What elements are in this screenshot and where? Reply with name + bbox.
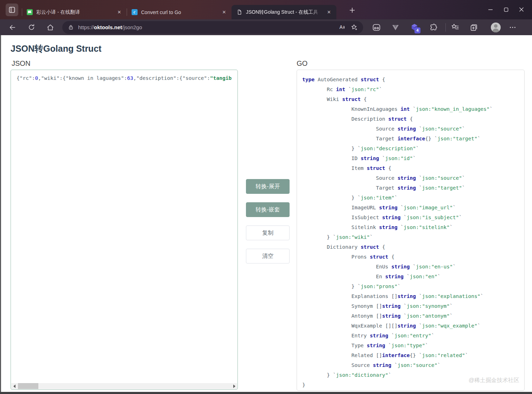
collections-icon[interactable] [467,21,481,33]
tab-caiyun[interactable]: 彩云小译 - 在线翻译 ✕ [22,5,127,19]
convert-expand-button[interactable]: 转换-展开 [246,179,290,194]
window-controls [483,3,529,16]
scrollbar-thumb[interactable] [18,383,38,389]
tab-strip: 彩云小译 - 在线翻译 ✕ c Convert curl to Go ✕ JSO… [22,5,336,19]
go-output-panel: type AutoGenerated struct { Rc int `json… [297,70,525,391]
horizontal-scrollbar[interactable] [11,383,237,389]
caiyun-favicon [27,9,33,15]
favorites-hub-icon[interactable] [448,21,462,33]
refresh-button[interactable] [25,21,37,33]
tab-close-icon[interactable]: ✕ [220,8,228,16]
tab-json2go-active[interactable]: JSON转Golang Struct - 在线工具 ✕ [232,5,336,19]
read-aloud-icon[interactable]: A [336,21,348,33]
lock-icon[interactable] [68,24,74,30]
clear-button[interactable]: 清空 [246,249,290,263]
home-button[interactable] [44,21,56,33]
document-favicon [236,9,242,15]
tab-close-icon[interactable]: ✕ [325,8,333,16]
back-button[interactable] [6,21,18,33]
add-favorite-star-icon[interactable] [348,21,360,33]
browser-essentials-icon[interactable] [369,21,384,33]
toolbar-separator [445,23,446,32]
extensions-puzzle-icon[interactable] [426,21,441,33]
address-bar[interactable]: https://oktools.net/json2go A [62,21,363,34]
navigation-bar: https://oktools.net/json2go A 4 [0,19,532,35]
scroll-left-icon[interactable] [11,383,17,389]
copy-button[interactable]: 复制 [246,225,290,240]
watermark-text: @稀土掘金技术社区 [469,377,519,384]
tab-curl-to-go[interactable]: c Convert curl to Go ✕ [127,5,232,19]
action-buttons: 转换-展开 转换-嵌套 复制 清空 [235,35,299,392]
profile-avatar[interactable] [491,23,501,32]
curl-favicon: c [132,9,138,15]
convert-nested-button[interactable]: 转换-嵌套 [246,202,290,217]
tab-title: 彩云小译 - 在线翻译 [36,9,113,15]
url-text: https://oktools.net/json2go [78,24,336,30]
browser-window: 彩云小译 - 在线翻译 ✕ c Convert curl to Go ✕ JSO… [0,0,532,394]
tab-title: Convert curl to Go [141,9,218,15]
tab-close-icon[interactable]: ✕ [115,8,123,16]
extension-badge: 4 [414,27,420,33]
new-tab-button[interactable] [348,6,357,15]
minimize-button[interactable] [483,3,498,16]
go-code: type AutoGenerated struct { Rc int `json… [297,70,524,390]
vue-devtools-icon[interactable] [388,21,403,33]
window-bottom-edge [0,392,532,394]
tab-actions-button[interactable] [6,4,18,16]
tab-bar: 彩云小译 - 在线翻译 ✕ c Convert curl to Go ✕ JSO… [0,0,532,19]
settings-more-icon[interactable] [506,21,520,33]
toolbar-extensions: 4 [369,21,525,33]
svg-text:A: A [340,25,343,30]
page-title: JSON转Golang Struct [11,43,101,55]
json-input-code: {"rc":0,"wiki":{"known_in_laguages":63,"… [11,70,238,81]
json-input-textarea[interactable]: {"rc":0,"wiki":{"known_in_laguages":63,"… [11,70,238,390]
json-panel-label: JSON [12,59,30,68]
cube-extension-icon[interactable]: 4 [407,21,422,33]
vertical-tabs-icon [8,6,15,13]
maximize-button[interactable] [498,3,514,16]
tab-title: JSON转Golang Struct - 在线工具 [246,9,323,15]
page-content: JSON转Golang Struct JSON GO {"rc":0,"wiki… [0,35,532,392]
close-window-button[interactable] [514,3,529,16]
